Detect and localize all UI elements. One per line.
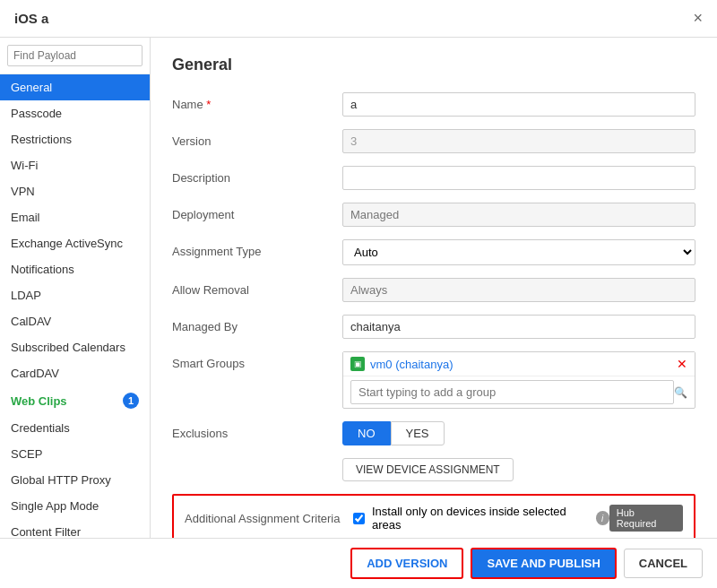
version-input[interactable] <box>342 129 695 153</box>
allow-removal-row: Allow Removal <box>172 278 695 302</box>
version-field-container <box>342 129 695 153</box>
criteria-checkbox1-label: Install only on devices inside selected … <box>372 505 589 532</box>
allow-removal-field-container <box>342 278 695 302</box>
assignment-type-row: Assignment Type Auto Optional <box>172 239 695 265</box>
cancel-button[interactable]: CANCEL <box>624 549 703 578</box>
managed-by-input[interactable] <box>342 315 695 339</box>
view-device-button[interactable]: VIEW DEVICE ASSIGNMENT <box>342 458 514 481</box>
sidebar-item-wifi[interactable]: Wi-Fi <box>0 152 150 178</box>
sidebar-item-credentials[interactable]: Credentials <box>0 415 150 441</box>
view-device-row: VIEW DEVICE ASSIGNMENT <box>172 458 695 481</box>
name-row: Name * <box>172 92 695 117</box>
smart-groups-box: ▣ vm0 (chaitanya) ✕ 🔍 <box>342 351 695 409</box>
managed-by-row: Managed By <box>172 315 695 339</box>
modal-footer: ADD VERSION SAVE AND PUBLISH CANCEL <box>0 538 717 588</box>
section-title: General <box>172 56 695 74</box>
sidebar-item-label: Content Filter <box>11 525 81 538</box>
smart-groups-label: Smart Groups <box>172 351 342 370</box>
sidebar-item-content_filter[interactable]: Content Filter <box>0 519 150 538</box>
deployment-row: Deployment <box>172 203 695 227</box>
sidebar-item-label: Wi-Fi <box>11 159 38 172</box>
sidebar-item-vpn[interactable]: VPN <box>0 178 150 204</box>
assignment-type-field-container: Auto Optional <box>342 239 695 265</box>
version-row: Version <box>172 129 695 153</box>
close-button[interactable]: × <box>693 9 703 28</box>
sidebar-item-global_http[interactable]: Global HTTP Proxy <box>0 467 150 493</box>
description-field-container <box>342 166 695 190</box>
sidebar-item-single_app[interactable]: Single App Mode <box>0 493 150 519</box>
sidebar-item-exchange[interactable]: Exchange ActiveSync <box>0 230 150 256</box>
exclusions-row: Exclusions NO YES <box>172 421 695 445</box>
criteria-row: Additional Assignment Criteria Install o… <box>185 505 683 532</box>
sidebar-item-label: Global HTTP Proxy <box>11 473 111 487</box>
info-icon[interactable]: i <box>596 511 609 525</box>
sidebar-item-label: CalDAV <box>11 315 51 328</box>
exclusions-yes-button[interactable]: YES <box>391 421 445 445</box>
sidebar-item-scep[interactable]: SCEP <box>0 441 150 467</box>
sidebar-item-label: VPN <box>11 185 35 198</box>
managed-by-label: Managed By <box>172 315 342 333</box>
sidebar-item-carddav[interactable]: CardDAV <box>0 360 150 386</box>
search-icon: 🔍 <box>674 386 687 399</box>
managed-by-field-container <box>342 315 695 339</box>
criteria-checkbox1[interactable] <box>353 513 365 524</box>
deployment-input[interactable] <box>342 203 695 227</box>
assignment-type-label: Assignment Type <box>172 239 342 258</box>
save-publish-button[interactable]: SAVE AND PUBLISH <box>471 548 616 579</box>
sidebar-item-label: CardDAV <box>11 367 59 380</box>
sidebar-item-ldap[interactable]: LDAP <box>0 282 150 308</box>
sidebar-item-label: Passcode <box>11 107 62 120</box>
allow-removal-label: Allow Removal <box>172 278 342 297</box>
vm-icon: ▣ <box>350 357 365 371</box>
add-version-button[interactable]: ADD VERSION <box>350 548 463 579</box>
exclusions-no-button[interactable]: NO <box>342 421 391 445</box>
deployment-field-container <box>342 203 695 227</box>
criteria-label: Additional Assignment Criteria <box>185 512 346 525</box>
view-device-label-empty <box>172 458 342 463</box>
smart-group-name: vm0 (chaitanya) <box>370 358 453 371</box>
sidebar-item-general[interactable]: General <box>0 74 150 100</box>
sidebar-item-email[interactable]: Email <box>0 204 150 230</box>
smart-groups-container: ▣ vm0 (chaitanya) ✕ 🔍 <box>342 351 695 409</box>
allow-removal-input[interactable] <box>342 278 695 302</box>
smart-groups-row: Smart Groups ▣ vm0 (chaitanya) ✕ 🔍 <box>172 351 695 409</box>
sidebar-item-label: Notifications <box>11 263 74 276</box>
assignment-type-select[interactable]: Auto Optional <box>342 239 695 265</box>
sidebar-item-label: Credentials <box>11 421 70 435</box>
smart-group-input-row: 🔍 <box>343 376 695 408</box>
smart-group-search-input[interactable] <box>350 380 674 404</box>
description-row: Description <box>172 166 695 190</box>
sidebar-item-caldav[interactable]: CalDAV <box>0 308 150 334</box>
name-input[interactable] <box>342 92 695 117</box>
sidebar-item-label: Restrictions <box>11 133 72 146</box>
sidebar-item-passcode[interactable]: Passcode <box>0 100 150 126</box>
sidebar-item-label: Exchange ActiveSync <box>11 237 123 250</box>
version-label: Version <box>172 129 342 148</box>
sidebar-item-label: Subscribed Calendars <box>11 341 125 354</box>
description-label: Description <box>172 166 342 185</box>
sidebar-item-label: General <box>11 81 52 94</box>
modal-title: iOS a <box>14 11 48 26</box>
sidebar-item-label: Email <box>11 211 40 224</box>
sidebar-item-restrictions[interactable]: Restrictions <box>0 126 150 152</box>
description-input[interactable] <box>342 166 695 190</box>
sidebar-item-label: SCEP <box>11 447 42 461</box>
name-label: Name * <box>172 92 342 111</box>
criteria-left: Additional Assignment Criteria Install o… <box>185 505 609 532</box>
sidebar-item-label: Web Clips <box>11 394 67 408</box>
exclusions-field-container: NO YES <box>342 421 695 445</box>
criteria-section: Additional Assignment Criteria Install o… <box>172 494 695 538</box>
exclusions-label: Exclusions <box>172 421 342 440</box>
sidebar-item-subscribed[interactable]: Subscribed Calendars <box>0 334 150 360</box>
sidebar-item-webclips[interactable]: Web Clips1 <box>0 386 150 415</box>
remove-tag-icon[interactable]: ✕ <box>677 357 687 371</box>
sidebar: GeneralPasscodeRestrictionsWi-FiVPNEmail… <box>0 38 151 538</box>
hub-required-badge: Hub Required <box>609 505 683 532</box>
smart-group-tag: ▣ vm0 (chaitanya) ✕ <box>343 352 695 376</box>
search-input[interactable] <box>7 45 143 66</box>
name-field-container <box>342 92 695 117</box>
sidebar-item-notifications[interactable]: Notifications <box>0 256 150 282</box>
main-content: General Name * Version Description <box>151 38 717 538</box>
exclusions-toggle: NO YES <box>342 421 695 445</box>
sidebar-search-container <box>0 38 150 74</box>
